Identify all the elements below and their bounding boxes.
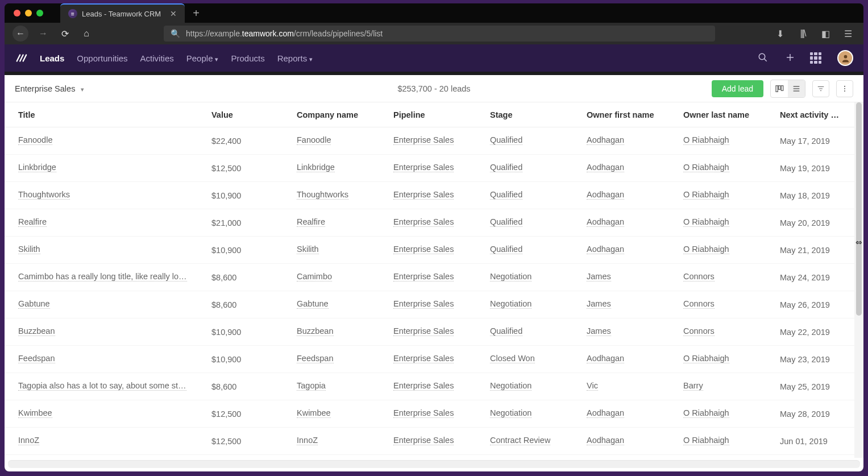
cell-stage[interactable]: Qualified: [490, 217, 522, 227]
table-row[interactable]: Skilith$10,900SkilithEnterprise SalesQua…: [5, 237, 863, 264]
table-row[interactable]: Tagopia also has a lot to say, about som…: [5, 373, 863, 400]
cell-owner_last[interactable]: O Riabhaigh: [683, 190, 729, 200]
cell-owner_first[interactable]: Aodhagan: [587, 408, 624, 418]
close-window-button[interactable]: [14, 10, 20, 16]
col-value[interactable]: Value: [211, 110, 297, 119]
cell-owner_first[interactable]: Aodhagan: [587, 217, 624, 227]
cell-owner_first[interactable]: Aodhagan: [587, 245, 624, 254]
nav-people[interactable]: People▾: [186, 53, 219, 63]
cell-company[interactable]: Linkbridge: [297, 163, 335, 172]
col-stage[interactable]: Stage: [490, 110, 587, 119]
cell-company[interactable]: Feedspan: [297, 354, 334, 363]
cell-pipeline[interactable]: Enterprise Sales: [393, 272, 454, 282]
cell-owner_last[interactable]: O Riabhaigh: [683, 408, 729, 418]
cell-owner_last[interactable]: O Riabhaigh: [683, 217, 729, 227]
horizontal-scrollbar[interactable]: [8, 460, 860, 468]
nav-leads[interactable]: Leads: [40, 53, 64, 63]
cell-company[interactable]: Tagopia: [297, 381, 326, 391]
cell-stage[interactable]: Qualified: [490, 163, 522, 172]
cell-stage[interactable]: Negotiation: [490, 299, 531, 309]
forward-button[interactable]: →: [36, 28, 50, 39]
cell-pipeline[interactable]: Enterprise Sales: [393, 354, 454, 363]
cell-owner_first[interactable]: James: [587, 326, 611, 336]
cell-pipeline[interactable]: Enterprise Sales: [393, 190, 454, 200]
col-owner-first[interactable]: Owner first name: [587, 110, 683, 119]
cell-title[interactable]: Feedspan: [18, 354, 55, 363]
nav-activities[interactable]: Activities: [140, 53, 174, 63]
cell-title[interactable]: Tagopia also has a lot to say, about som…: [18, 381, 186, 391]
col-company[interactable]: Company name: [297, 110, 393, 119]
minimize-window-button[interactable]: [25, 10, 32, 16]
address-bar[interactable]: 🔍 https://example.teamwork.com/crm/leads…: [164, 26, 715, 42]
cell-owner_last[interactable]: O Riabhaigh: [683, 163, 729, 172]
close-tab-icon[interactable]: ✕: [170, 9, 177, 18]
cell-owner_last[interactable]: O Riabhaigh: [683, 245, 729, 254]
table-row[interactable]: Kwimbee$12,500KwimbeeEnterprise SalesNeg…: [5, 400, 863, 428]
table-row[interactable]: Realfire$21,000RealfireEnterprise SalesQ…: [5, 209, 863, 237]
cell-title[interactable]: Kwimbee: [18, 408, 52, 418]
cell-owner_first[interactable]: Aodhagan: [587, 135, 624, 145]
filter-button[interactable]: [812, 80, 829, 97]
cell-owner_last[interactable]: O Riabhaigh: [683, 354, 729, 363]
cell-owner_last[interactable]: Barry: [683, 381, 703, 391]
downloads-icon[interactable]: ⬇: [773, 28, 787, 39]
cell-stage[interactable]: Negotiation: [490, 272, 531, 282]
table-row[interactable]: InnoZ$12,500InnoZEnterprise SalesContrac…: [5, 428, 863, 455]
browser-tab[interactable]: Leads - Teamwork CRM ✕: [60, 3, 185, 23]
table-row[interactable]: Camimbo has a really long title, like re…: [5, 264, 863, 291]
table-row[interactable]: Feedspan$10,900FeedspanEnterprise SalesC…: [5, 346, 863, 373]
nav-opportunities[interactable]: Opportunities: [77, 53, 127, 63]
cell-company[interactable]: Skilith: [297, 245, 319, 254]
cell-pipeline[interactable]: Enterprise Sales: [393, 217, 454, 227]
cell-stage[interactable]: Qualified: [490, 245, 522, 254]
reload-button[interactable]: ⟳: [58, 28, 72, 39]
cell-pipeline[interactable]: Enterprise Sales: [393, 163, 454, 172]
cell-pipeline[interactable]: Enterprise Sales: [393, 135, 454, 145]
cell-company[interactable]: Gabtune: [297, 299, 329, 309]
cell-company[interactable]: Camimbo: [297, 272, 332, 282]
cell-title[interactable]: Realfire: [18, 217, 47, 227]
table-row[interactable]: Thoughtworks$10,900ThoughtworksEnterpris…: [5, 182, 863, 209]
cell-title[interactable]: Camimbo has a really long title, like re…: [18, 272, 187, 282]
resize-handle-icon[interactable]: ⇔: [855, 238, 863, 245]
cell-owner_first[interactable]: James: [587, 299, 611, 309]
menu-icon[interactable]: ☰: [841, 28, 855, 39]
cell-stage[interactable]: Contract Review: [490, 436, 550, 445]
table-row[interactable]: Linkbridge$12,500LinkbridgeEnterprise Sa…: [5, 155, 863, 182]
cell-owner_last[interactable]: Connors: [683, 326, 715, 336]
cell-owner_last[interactable]: Connors: [683, 299, 715, 309]
cell-pipeline[interactable]: Enterprise Sales: [393, 436, 454, 445]
add-lead-button[interactable]: Add lead: [712, 80, 763, 97]
cell-company[interactable]: Fanoodle: [297, 135, 331, 145]
cell-owner_first[interactable]: Aodhagan: [587, 163, 624, 172]
cell-title[interactable]: Fanoodle: [18, 135, 52, 145]
library-icon[interactable]: |||\: [795, 28, 810, 39]
cell-title[interactable]: Linkbridge: [18, 163, 56, 172]
cell-owner_last[interactable]: O Riabhaigh: [683, 135, 729, 145]
nav-products[interactable]: Products: [231, 53, 264, 63]
cell-company[interactable]: Buzzbean: [297, 326, 334, 336]
board-view-button[interactable]: [771, 80, 788, 97]
cell-title[interactable]: Skilith: [18, 245, 40, 254]
more-options-button[interactable]: [836, 80, 853, 97]
col-pipeline[interactable]: Pipeline: [393, 110, 490, 119]
cell-owner_first[interactable]: Aodhagan: [587, 436, 624, 445]
cell-owner_first[interactable]: Aodhagan: [587, 190, 624, 200]
home-button[interactable]: ⌂: [80, 28, 93, 39]
cell-company[interactable]: Realfire: [297, 217, 325, 227]
pipeline-selector[interactable]: Enterprise Sales ▾: [15, 84, 84, 93]
cell-title[interactable]: InnoZ: [18, 436, 39, 445]
cell-company[interactable]: Thoughtworks: [297, 190, 348, 200]
maximize-window-button[interactable]: [36, 10, 43, 16]
cell-title[interactable]: Buzzbean: [18, 326, 55, 336]
cell-stage[interactable]: Qualified: [490, 190, 522, 200]
cell-stage[interactable]: Negotiation: [490, 408, 531, 418]
cell-pipeline[interactable]: Enterprise Sales: [393, 381, 454, 391]
cell-title[interactable]: Gabtune: [18, 299, 50, 309]
cell-company[interactable]: Kwimbee: [297, 408, 331, 418]
col-next-activity[interactable]: Next activity …: [780, 110, 842, 119]
cell-stage[interactable]: Closed Won: [490, 354, 535, 363]
sidebar-toggle-icon[interactable]: ◧: [818, 28, 833, 39]
cell-owner_first[interactable]: Vic: [587, 381, 598, 391]
col-owner-last[interactable]: Owner last name: [683, 110, 780, 119]
